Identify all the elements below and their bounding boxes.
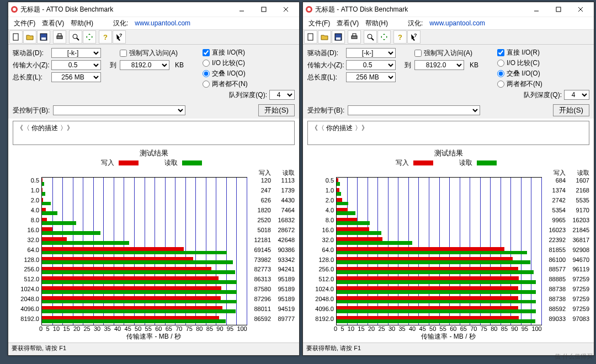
start-button[interactable]: 开始(S) <box>258 104 295 116</box>
svg-text:?: ? <box>398 33 402 41</box>
bar-read <box>42 270 235 274</box>
length-select[interactable]: 256 MB <box>346 72 396 82</box>
result-panel: 测试结果 写入 读取 写入读取 0.51.02.04.08.016.032.06… <box>13 147 295 341</box>
limit-select[interactable] <box>53 105 185 115</box>
svg-line-12 <box>77 38 79 40</box>
search-button[interactable] <box>364 30 377 44</box>
menu-view[interactable]: 查看(V) <box>333 19 362 28</box>
menu-file[interactable]: 文件(F) <box>305 19 333 28</box>
file-new-button[interactable] <box>9 30 23 44</box>
file-new-button[interactable] <box>304 30 317 44</box>
maximize-button[interactable] <box>253 3 275 15</box>
svg-rect-6 <box>13 34 18 40</box>
description-box[interactable]: 《〈 你的描述 〉》 <box>307 121 589 145</box>
description-box[interactable]: 《〈 你的描述 〉》 <box>13 121 295 145</box>
menu-help[interactable]: 帮助(H) <box>362 19 391 28</box>
help-button[interactable]: ? <box>99 30 112 44</box>
bar-read <box>42 231 100 235</box>
toolbar: ?? <box>8 30 299 45</box>
help-button[interactable]: ? <box>393 30 407 44</box>
move-button[interactable] <box>83 30 96 44</box>
menu-file[interactable]: 文件(F) <box>10 19 39 28</box>
col-read: 读取 <box>566 169 589 177</box>
io-neither-radio[interactable]: 两者都不(N) <box>203 79 295 89</box>
size-from-select[interactable]: 0.5 <box>51 60 101 70</box>
queue-select[interactable]: 4 <box>269 90 295 100</box>
svg-rect-18 <box>556 7 561 12</box>
bar-read <box>337 300 536 304</box>
settings-form: 驱动器(D): [-k-] 强制写入访问(A) 直接 I/O(R) I/O 比较… <box>8 45 299 102</box>
menu-cn-label: 汉化: <box>110 19 131 28</box>
svg-rect-23 <box>336 38 340 40</box>
svg-text:?: ? <box>414 33 417 38</box>
bar-read <box>337 241 412 245</box>
legend-read-swatch <box>182 160 202 165</box>
file-save-button[interactable] <box>332 30 345 44</box>
svg-rect-25 <box>353 34 356 36</box>
bar-read <box>42 241 129 245</box>
move-button[interactable] <box>377 30 391 44</box>
driver-select[interactable]: [-k-] <box>346 48 396 58</box>
limit-select[interactable] <box>348 105 480 115</box>
chart-plot <box>336 177 542 325</box>
length-select[interactable]: 256 MB <box>51 72 101 82</box>
menubar: 文件(F) 查看(V) 帮助(H) 汉化: www.upantool.com <box>8 17 299 30</box>
print-button[interactable] <box>348 30 361 44</box>
start-button[interactable]: 开始(S) <box>553 104 589 116</box>
io-overlap-radio[interactable]: 交叠 I/O(O) <box>497 69 589 78</box>
io-compare-radio[interactable]: I/O 比较(C) <box>203 58 295 68</box>
bar-read <box>42 319 226 323</box>
y-axis-labels: 0.51.02.04.08.016.032.064.0128.0256.0512… <box>13 177 41 325</box>
driver-select[interactable]: [-k-] <box>51 48 101 58</box>
maximize-button[interactable] <box>547 3 570 15</box>
status-bar: 要获得帮助, 请按 F1 <box>8 342 299 355</box>
col-write: 写入 <box>247 169 271 177</box>
menu-view[interactable]: 查看(V) <box>39 19 67 28</box>
whats-this-button[interactable]: ? <box>113 30 126 44</box>
kb-label: KB <box>175 61 191 69</box>
close-button[interactable] <box>275 3 297 15</box>
legend: 写入 读取 <box>13 158 295 168</box>
io-compare-radio[interactable]: I/O 比较(C) <box>497 58 589 68</box>
search-button[interactable] <box>69 30 82 44</box>
close-button[interactable] <box>570 3 592 15</box>
io-neither-radio[interactable]: 两者都不(N) <box>497 79 589 89</box>
minimize-button[interactable] <box>231 3 253 15</box>
col-read: 读取 <box>271 169 295 177</box>
minimize-button[interactable] <box>525 3 547 15</box>
settings-form: 驱动器(D): [-k-] 强制写入访问(A) 直接 I/O(R) I/O 比较… <box>303 45 594 102</box>
bar-read <box>42 192 45 196</box>
legend-write-swatch <box>119 160 139 165</box>
bar-read <box>337 202 348 206</box>
force-write-checkbox[interactable]: 强制写入访问(A) <box>414 49 470 58</box>
size-to-select[interactable]: 8192.0 <box>414 60 464 70</box>
x-axis-label: 传输速率 - MB / 秒 <box>13 332 295 341</box>
svg-rect-3 <box>262 7 266 12</box>
force-write-checkbox[interactable]: 强制写入访问(A) <box>120 49 175 58</box>
driver-label: 驱动器(D): <box>13 49 51 58</box>
svg-rect-10 <box>58 34 61 36</box>
svg-rect-24 <box>352 36 357 39</box>
legend: 写入 读取 <box>307 158 589 168</box>
size-to-select[interactable]: 8192.0 <box>120 60 169 70</box>
file-open-button[interactable] <box>318 30 331 44</box>
io-overlap-radio[interactable]: 交叠 I/O(O) <box>203 69 295 78</box>
queue-label: 队列深度(Q): <box>524 90 562 100</box>
queue-label: 队列深度(Q): <box>229 90 267 100</box>
svg-line-27 <box>371 38 374 40</box>
menu-link[interactable]: www.upantool.com <box>131 19 194 27</box>
menu-link[interactable]: www.upantool.com <box>426 19 488 27</box>
kb-label: KB <box>470 61 486 69</box>
menu-help[interactable]: 帮助(H) <box>67 19 97 28</box>
direct-io-checkbox[interactable]: 直接 I/O(R) <box>203 48 295 57</box>
direct-io-checkbox[interactable]: 直接 I/O(R) <box>497 48 589 57</box>
queue-select[interactable]: 4 <box>564 90 589 100</box>
svg-point-11 <box>73 34 77 39</box>
bar-read <box>337 211 355 215</box>
legend-write-swatch <box>413 160 433 165</box>
size-from-select[interactable]: 0.5 <box>346 60 396 70</box>
print-button[interactable] <box>53 30 66 44</box>
whats-this-button[interactable]: ? <box>407 30 421 44</box>
file-save-button[interactable] <box>37 30 50 44</box>
file-open-button[interactable] <box>23 30 36 44</box>
